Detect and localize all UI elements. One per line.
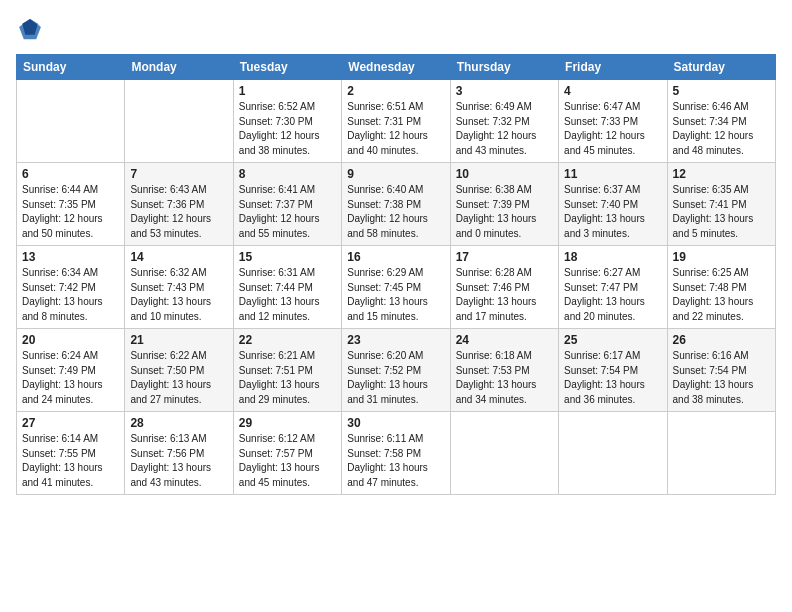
calendar-cell: 16Sunrise: 6:29 AM Sunset: 7:45 PM Dayli… [342, 246, 450, 329]
calendar-cell: 9Sunrise: 6:40 AM Sunset: 7:38 PM Daylig… [342, 163, 450, 246]
day-info: Sunrise: 6:18 AM Sunset: 7:53 PM Dayligh… [456, 349, 553, 407]
calendar-cell [559, 412, 667, 495]
column-header-sunday: Sunday [17, 55, 125, 80]
day-info: Sunrise: 6:20 AM Sunset: 7:52 PM Dayligh… [347, 349, 444, 407]
day-number: 1 [239, 84, 336, 98]
calendar-cell: 27Sunrise: 6:14 AM Sunset: 7:55 PM Dayli… [17, 412, 125, 495]
calendar-cell [450, 412, 558, 495]
column-header-friday: Friday [559, 55, 667, 80]
day-number: 6 [22, 167, 119, 181]
column-header-monday: Monday [125, 55, 233, 80]
day-number: 28 [130, 416, 227, 430]
calendar-cell: 19Sunrise: 6:25 AM Sunset: 7:48 PM Dayli… [667, 246, 775, 329]
day-number: 19 [673, 250, 770, 264]
day-number: 4 [564, 84, 661, 98]
day-number: 21 [130, 333, 227, 347]
calendar-cell: 8Sunrise: 6:41 AM Sunset: 7:37 PM Daylig… [233, 163, 341, 246]
day-info: Sunrise: 6:22 AM Sunset: 7:50 PM Dayligh… [130, 349, 227, 407]
day-number: 22 [239, 333, 336, 347]
calendar-cell: 28Sunrise: 6:13 AM Sunset: 7:56 PM Dayli… [125, 412, 233, 495]
day-info: Sunrise: 6:11 AM Sunset: 7:58 PM Dayligh… [347, 432, 444, 490]
day-info: Sunrise: 6:46 AM Sunset: 7:34 PM Dayligh… [673, 100, 770, 158]
day-number: 14 [130, 250, 227, 264]
day-info: Sunrise: 6:25 AM Sunset: 7:48 PM Dayligh… [673, 266, 770, 324]
page: SundayMondayTuesdayWednesdayThursdayFrid… [0, 0, 792, 612]
logo-icon [16, 16, 44, 44]
day-number: 25 [564, 333, 661, 347]
calendar-cell [17, 80, 125, 163]
calendar-cell: 5Sunrise: 6:46 AM Sunset: 7:34 PM Daylig… [667, 80, 775, 163]
day-number: 18 [564, 250, 661, 264]
day-number: 2 [347, 84, 444, 98]
calendar-body: 1Sunrise: 6:52 AM Sunset: 7:30 PM Daylig… [17, 80, 776, 495]
day-number: 13 [22, 250, 119, 264]
calendar-cell: 24Sunrise: 6:18 AM Sunset: 7:53 PM Dayli… [450, 329, 558, 412]
logo [16, 16, 48, 44]
day-number: 5 [673, 84, 770, 98]
day-info: Sunrise: 6:43 AM Sunset: 7:36 PM Dayligh… [130, 183, 227, 241]
calendar-cell: 14Sunrise: 6:32 AM Sunset: 7:43 PM Dayli… [125, 246, 233, 329]
day-number: 30 [347, 416, 444, 430]
calendar-cell: 22Sunrise: 6:21 AM Sunset: 7:51 PM Dayli… [233, 329, 341, 412]
day-number: 24 [456, 333, 553, 347]
calendar-week-5: 27Sunrise: 6:14 AM Sunset: 7:55 PM Dayli… [17, 412, 776, 495]
day-number: 20 [22, 333, 119, 347]
calendar-week-4: 20Sunrise: 6:24 AM Sunset: 7:49 PM Dayli… [17, 329, 776, 412]
day-info: Sunrise: 6:40 AM Sunset: 7:38 PM Dayligh… [347, 183, 444, 241]
day-info: Sunrise: 6:49 AM Sunset: 7:32 PM Dayligh… [456, 100, 553, 158]
calendar-cell: 4Sunrise: 6:47 AM Sunset: 7:33 PM Daylig… [559, 80, 667, 163]
calendar-week-3: 13Sunrise: 6:34 AM Sunset: 7:42 PM Dayli… [17, 246, 776, 329]
header [16, 16, 776, 44]
day-info: Sunrise: 6:28 AM Sunset: 7:46 PM Dayligh… [456, 266, 553, 324]
calendar-cell: 18Sunrise: 6:27 AM Sunset: 7:47 PM Dayli… [559, 246, 667, 329]
day-number: 23 [347, 333, 444, 347]
calendar-cell: 23Sunrise: 6:20 AM Sunset: 7:52 PM Dayli… [342, 329, 450, 412]
day-info: Sunrise: 6:38 AM Sunset: 7:39 PM Dayligh… [456, 183, 553, 241]
calendar-cell: 29Sunrise: 6:12 AM Sunset: 7:57 PM Dayli… [233, 412, 341, 495]
day-info: Sunrise: 6:52 AM Sunset: 7:30 PM Dayligh… [239, 100, 336, 158]
day-info: Sunrise: 6:35 AM Sunset: 7:41 PM Dayligh… [673, 183, 770, 241]
calendar-cell: 30Sunrise: 6:11 AM Sunset: 7:58 PM Dayli… [342, 412, 450, 495]
calendar-cell: 13Sunrise: 6:34 AM Sunset: 7:42 PM Dayli… [17, 246, 125, 329]
day-info: Sunrise: 6:17 AM Sunset: 7:54 PM Dayligh… [564, 349, 661, 407]
day-number: 9 [347, 167, 444, 181]
day-info: Sunrise: 6:41 AM Sunset: 7:37 PM Dayligh… [239, 183, 336, 241]
calendar-cell: 10Sunrise: 6:38 AM Sunset: 7:39 PM Dayli… [450, 163, 558, 246]
day-info: Sunrise: 6:44 AM Sunset: 7:35 PM Dayligh… [22, 183, 119, 241]
calendar-cell: 12Sunrise: 6:35 AM Sunset: 7:41 PM Dayli… [667, 163, 775, 246]
calendar-header: SundayMondayTuesdayWednesdayThursdayFrid… [17, 55, 776, 80]
day-info: Sunrise: 6:27 AM Sunset: 7:47 PM Dayligh… [564, 266, 661, 324]
calendar-cell: 21Sunrise: 6:22 AM Sunset: 7:50 PM Dayli… [125, 329, 233, 412]
calendar-cell: 7Sunrise: 6:43 AM Sunset: 7:36 PM Daylig… [125, 163, 233, 246]
day-number: 15 [239, 250, 336, 264]
day-info: Sunrise: 6:47 AM Sunset: 7:33 PM Dayligh… [564, 100, 661, 158]
day-info: Sunrise: 6:24 AM Sunset: 7:49 PM Dayligh… [22, 349, 119, 407]
calendar-table: SundayMondayTuesdayWednesdayThursdayFrid… [16, 54, 776, 495]
calendar-cell: 15Sunrise: 6:31 AM Sunset: 7:44 PM Dayli… [233, 246, 341, 329]
calendar-week-1: 1Sunrise: 6:52 AM Sunset: 7:30 PM Daylig… [17, 80, 776, 163]
header-row: SundayMondayTuesdayWednesdayThursdayFrid… [17, 55, 776, 80]
calendar-cell [125, 80, 233, 163]
day-info: Sunrise: 6:29 AM Sunset: 7:45 PM Dayligh… [347, 266, 444, 324]
day-info: Sunrise: 6:37 AM Sunset: 7:40 PM Dayligh… [564, 183, 661, 241]
column-header-saturday: Saturday [667, 55, 775, 80]
day-number: 10 [456, 167, 553, 181]
day-info: Sunrise: 6:16 AM Sunset: 7:54 PM Dayligh… [673, 349, 770, 407]
day-number: 16 [347, 250, 444, 264]
day-info: Sunrise: 6:51 AM Sunset: 7:31 PM Dayligh… [347, 100, 444, 158]
day-number: 3 [456, 84, 553, 98]
calendar-cell [667, 412, 775, 495]
calendar-cell: 11Sunrise: 6:37 AM Sunset: 7:40 PM Dayli… [559, 163, 667, 246]
day-info: Sunrise: 6:32 AM Sunset: 7:43 PM Dayligh… [130, 266, 227, 324]
column-header-wednesday: Wednesday [342, 55, 450, 80]
day-number: 27 [22, 416, 119, 430]
calendar-week-2: 6Sunrise: 6:44 AM Sunset: 7:35 PM Daylig… [17, 163, 776, 246]
day-number: 12 [673, 167, 770, 181]
calendar-cell: 26Sunrise: 6:16 AM Sunset: 7:54 PM Dayli… [667, 329, 775, 412]
day-info: Sunrise: 6:31 AM Sunset: 7:44 PM Dayligh… [239, 266, 336, 324]
day-info: Sunrise: 6:13 AM Sunset: 7:56 PM Dayligh… [130, 432, 227, 490]
calendar-cell: 3Sunrise: 6:49 AM Sunset: 7:32 PM Daylig… [450, 80, 558, 163]
column-header-thursday: Thursday [450, 55, 558, 80]
day-number: 26 [673, 333, 770, 347]
calendar-cell: 1Sunrise: 6:52 AM Sunset: 7:30 PM Daylig… [233, 80, 341, 163]
